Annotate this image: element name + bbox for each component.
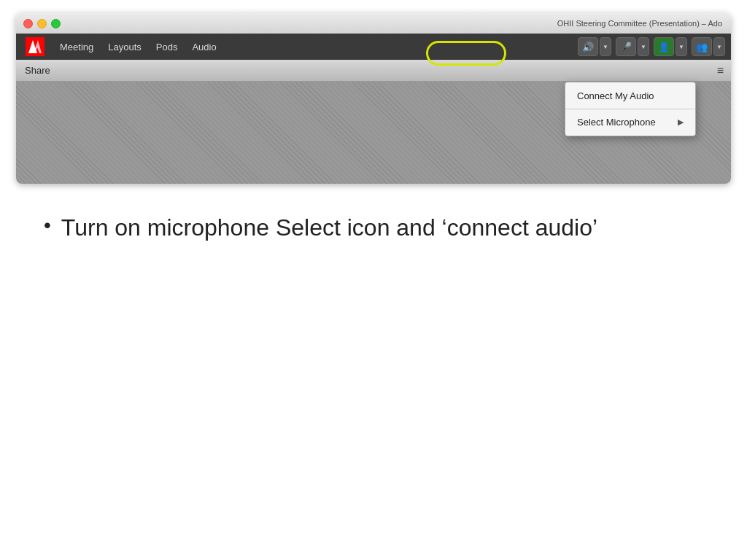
traffic-lights	[23, 19, 61, 28]
connect-audio-label: Connect My Audio	[577, 90, 654, 101]
camera-button[interactable]: 👤	[654, 37, 674, 56]
attendees-button[interactable]: 👥	[692, 37, 712, 56]
attendees-icon: 👥	[696, 42, 708, 52]
window-title: OHII Steering Committee (Presentation) –…	[557, 19, 722, 28]
mic-icon: 🎤	[620, 42, 632, 52]
sub-toolbar: Share ≡	[16, 60, 731, 82]
mic-dropdown[interactable]: ▼	[638, 37, 649, 56]
chevron-down-icon-2: ▼	[640, 44, 646, 50]
dropdown-menu: Connect My Audio Select Microphone ▶	[565, 82, 696, 136]
connect-audio-item[interactable]: Connect My Audio	[565, 85, 695, 106]
speaker-button[interactable]: 🔊	[578, 37, 598, 56]
chevron-down-icon-3: ▼	[678, 44, 684, 50]
bullet-section: • Turn on microphone Select icon and ‘co…	[0, 184, 747, 264]
minimize-button[interactable]	[37, 19, 47, 28]
adobe-logo-svg	[28, 40, 42, 53]
speaker-dropdown[interactable]: ▼	[600, 37, 611, 56]
toolbar-buttons: 🔊 ▼ 🎤 ▼ 👤 ▼ 👥 ▼	[578, 37, 731, 56]
menu-item-pods[interactable]: Pods	[149, 34, 185, 60]
adobe-logo	[22, 34, 48, 60]
speaker-icon: 🔊	[582, 42, 594, 52]
content-area: Connect My Audio Select Microphone ▶	[16, 82, 731, 184]
camera-dropdown[interactable]: ▼	[676, 37, 687, 56]
adobe-logo-inner	[26, 37, 44, 56]
bullet-text-1: Turn on microphone Select icon and ‘conn…	[61, 213, 597, 244]
dropdown-separator	[565, 109, 695, 109]
select-microphone-item[interactable]: Select Microphone ▶	[565, 112, 695, 133]
title-bar: OHII Steering Committee (Presentation) –…	[16, 13, 731, 34]
maximize-button[interactable]	[51, 19, 61, 28]
screenshot-container: OHII Steering Committee (Presentation) –…	[16, 13, 731, 184]
bullet-dot: •	[44, 213, 51, 238]
share-label: Share	[25, 65, 50, 76]
attendees-dropdown[interactable]: ▼	[713, 37, 725, 56]
menu-bar: Meeting Layouts Pods Audio 🔊 ▼ 🎤 ▼ 👤	[16, 34, 731, 60]
submenu-arrow-icon: ▶	[678, 117, 684, 127]
menu-item-meeting[interactable]: Meeting	[53, 34, 101, 60]
close-button[interactable]	[23, 19, 33, 28]
mic-button[interactable]: 🎤	[616, 37, 636, 56]
chevron-down-icon-4: ▼	[716, 44, 722, 50]
menu-item-layouts[interactable]: Layouts	[101, 34, 149, 60]
menu-item-audio[interactable]: Audio	[185, 34, 223, 60]
select-microphone-label: Select Microphone	[577, 117, 656, 128]
bullet-item-1: • Turn on microphone Select icon and ‘co…	[44, 213, 703, 244]
menu-icon[interactable]: ≡	[717, 64, 724, 77]
chevron-down-icon: ▼	[603, 44, 608, 50]
camera-icon: 👤	[658, 42, 670, 52]
